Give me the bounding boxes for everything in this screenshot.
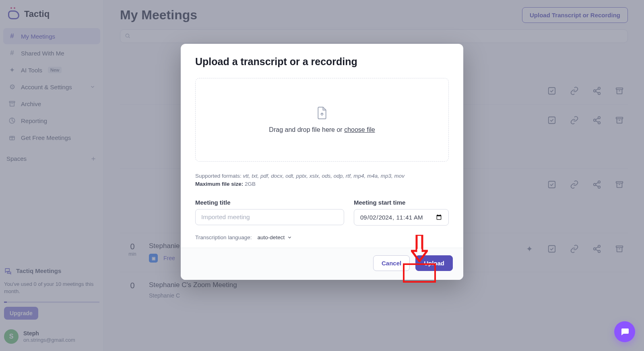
- language-row: Transcription language: auto-detect: [195, 234, 449, 240]
- chat-icon: [620, 327, 630, 337]
- meeting-title-input[interactable]: [195, 209, 344, 225]
- upload-modal: Upload a transcript or a recording Drag …: [181, 44, 463, 280]
- file-upload-icon: [316, 106, 328, 120]
- meeting-start-label: Meeting start time: [354, 199, 449, 206]
- modal-footer: Cancel Upload: [181, 248, 463, 280]
- dropzone[interactable]: Drag and drop file here or choose file: [195, 78, 449, 162]
- upload-button[interactable]: Upload: [415, 255, 453, 271]
- cancel-button[interactable]: Cancel: [373, 255, 410, 271]
- chat-fab[interactable]: [614, 321, 635, 342]
- meeting-title-field: Meeting title: [195, 199, 344, 226]
- format-hint: Supported formats: vtt, txt, pdf, docx, …: [195, 172, 449, 188]
- language-label: Transcription language:: [195, 234, 252, 240]
- meeting-start-field: Meeting start time: [354, 199, 449, 226]
- language-select[interactable]: auto-detect: [258, 234, 293, 240]
- drop-text: Drag and drop file here or choose file: [269, 126, 375, 133]
- choose-file-link[interactable]: choose file: [344, 126, 375, 133]
- field-row: Meeting title Meeting start time: [195, 199, 449, 226]
- modal-title: Upload a transcript or a recording: [195, 56, 449, 68]
- meeting-start-input[interactable]: [354, 209, 449, 226]
- meeting-title-label: Meeting title: [195, 199, 344, 206]
- chevron-down-icon: [287, 235, 292, 240]
- modal-overlay[interactable]: Upload a transcript or a recording Drag …: [0, 0, 644, 351]
